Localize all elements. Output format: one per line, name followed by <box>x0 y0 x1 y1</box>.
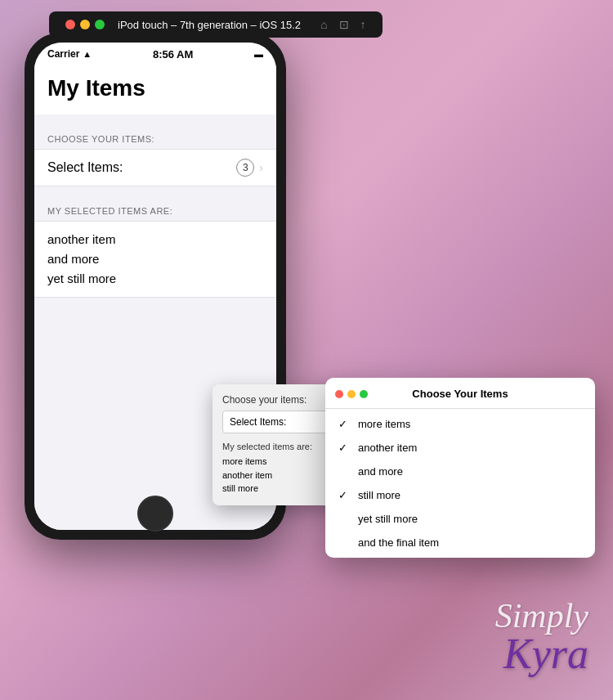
battery-icon: ▬ <box>254 49 263 59</box>
wifi-icon: ▲ <box>83 49 92 59</box>
choose-section: CHOOSE YOUR ITEMS: Select Items: 3 › <box>34 134 276 186</box>
select-items-label: Select Items: <box>47 160 123 175</box>
statusbar-right: ▬ <box>254 49 263 59</box>
popup-item-label-5: and the final item <box>358 536 439 549</box>
watermark: Simply Kyra <box>495 599 588 675</box>
ios-statusbar: Carrier ▲ 8:56 AM ▬ <box>34 43 276 65</box>
selected-section-header: MY SELECTED ITEMS ARE: <box>34 206 276 221</box>
cell-right: 3 › <box>236 159 263 177</box>
popup-item-label-4: yet still more <box>358 513 418 525</box>
check-icon-0: ✓ <box>338 418 351 430</box>
main-popup: Choose Your Items ✓ more items ✓ another… <box>325 378 595 558</box>
watermark-kyra: Kyra <box>495 633 588 675</box>
camera-icon[interactable]: ⊡ <box>339 18 349 31</box>
items-badge: 3 <box>236 159 254 177</box>
statusbar-time: 8:56 AM <box>153 48 193 61</box>
selected-items-list: another item and more yet still more <box>34 221 276 298</box>
selected-item-0: another item <box>47 230 263 249</box>
popup-item-3[interactable]: ✓ still more <box>325 483 595 507</box>
dot-yellow[interactable] <box>80 20 90 29</box>
select-items-cell[interactable]: Select Items: 3 › <box>34 149 276 186</box>
ios-page-title: My Items <box>34 65 276 114</box>
choose-section-header: CHOOSE YOUR ITEMS: <box>34 134 276 149</box>
chevron-icon: › <box>259 161 263 174</box>
titlebar-title: iPod touch – 7th generation – iOS 15.2 <box>118 19 301 31</box>
share-icon[interactable]: ↑ <box>360 18 366 31</box>
check-icon-3: ✓ <box>338 489 351 501</box>
check-icon-1: ✓ <box>338 442 351 454</box>
popup-item-label-2: and more <box>358 465 403 478</box>
popup-dot-yellow[interactable] <box>347 390 356 398</box>
home-button[interactable] <box>137 496 173 532</box>
selected-item-2: yet still more <box>47 269 263 289</box>
popup-item-label-1: another item <box>358 442 417 454</box>
titlebar-icons: ⌂ ⊡ ↑ <box>320 18 365 31</box>
home-icon[interactable]: ⌂ <box>320 18 327 31</box>
selected-item-1: and more <box>47 249 263 269</box>
mac-titlebar: iPod touch – 7th generation – iOS 15.2 ⌂… <box>49 11 383 38</box>
popup-titlebar: Choose Your Items <box>325 378 595 409</box>
popup-items-list: ✓ more items ✓ another item ✓ and more ✓… <box>325 409 595 558</box>
dot-green[interactable] <box>95 20 105 29</box>
popup-item-label-0: more items <box>358 418 410 430</box>
popup-dots <box>335 390 368 398</box>
popup-dot-green[interactable] <box>360 390 368 398</box>
titlebar-dots <box>65 20 105 29</box>
selected-section: MY SELECTED ITEMS ARE: another item and … <box>34 206 276 298</box>
popup-item-label-3: still more <box>358 489 400 501</box>
popup-item-2[interactable]: ✓ and more <box>325 460 595 483</box>
watermark-simply: Simply <box>495 599 588 633</box>
popup-item-5[interactable]: ✓ and the final item <box>325 531 595 554</box>
popup-item-0[interactable]: ✓ more items <box>325 412 595 436</box>
dot-red[interactable] <box>65 20 75 29</box>
popup-dot-red[interactable] <box>335 390 343 398</box>
statusbar-left: Carrier ▲ <box>47 48 92 60</box>
popup-item-1[interactable]: ✓ another item <box>325 436 595 460</box>
popup-item-4[interactable]: ✓ yet still more <box>325 507 595 531</box>
carrier-label: Carrier <box>47 48 79 60</box>
popup-title: Choose Your Items <box>412 388 508 400</box>
small-popup-select-label: Select Items: <box>230 416 286 428</box>
